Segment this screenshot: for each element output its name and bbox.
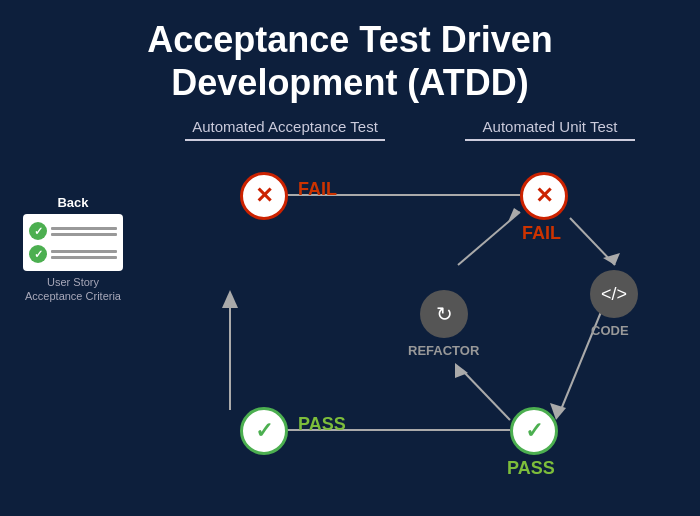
svg-marker-6 xyxy=(222,290,238,308)
card-line-a xyxy=(51,227,117,230)
pass-aut-circle: ✓ xyxy=(510,407,558,455)
svg-marker-2 xyxy=(603,253,620,265)
fail-aut-circle: ✕ xyxy=(520,172,568,220)
card-lines-2 xyxy=(51,250,117,259)
svg-line-3 xyxy=(458,212,520,265)
refactor-label: REFACTOR xyxy=(408,343,479,358)
title-line1: Acceptance Test Driven xyxy=(0,18,700,61)
card-line-b xyxy=(51,233,117,236)
code-circle: </> xyxy=(590,270,638,318)
user-story-card: Back User StoryAcceptance Criteria xyxy=(18,195,128,304)
code-label: CODE xyxy=(591,323,629,338)
card-caption: User StoryAcceptance Criteria xyxy=(18,275,128,304)
svg-marker-11 xyxy=(455,363,468,378)
card-line-c xyxy=(51,250,117,253)
diagram-area: Back User StoryAcceptance Criteria ✕ F xyxy=(0,120,700,516)
pass-aat-check-icon: ✓ xyxy=(255,418,273,444)
card-lines-1 xyxy=(51,227,117,236)
code-icon: </> xyxy=(601,284,627,305)
svg-line-10 xyxy=(462,370,510,420)
fail-aat-label: FAIL xyxy=(298,179,337,200)
title-line2: Development (ATDD) xyxy=(0,61,700,104)
refactor-icon: ↻ xyxy=(436,302,453,326)
fail-aat-circle: ✕ xyxy=(240,172,288,220)
fail-aut-x-icon: ✕ xyxy=(535,183,553,209)
pass-aut-label: PASS xyxy=(507,458,555,479)
card-back-label: Back xyxy=(18,195,128,210)
refactor-circle: ↻ xyxy=(420,290,468,338)
page-title: Acceptance Test Driven Development (ATDD… xyxy=(0,0,700,104)
pass-aut-check-icon: ✓ xyxy=(525,418,543,444)
fail-aut-label: FAIL xyxy=(522,223,561,244)
check-circle-1 xyxy=(29,222,47,240)
card-row-2 xyxy=(29,245,117,263)
card-row-1 xyxy=(29,222,117,240)
card-line-d xyxy=(51,256,117,259)
card-box xyxy=(23,214,123,271)
svg-line-1 xyxy=(570,218,615,265)
pass-aat-label: PASS xyxy=(298,414,346,435)
pass-aat-circle: ✓ xyxy=(240,407,288,455)
svg-marker-4 xyxy=(508,208,520,222)
fail-aat-x-icon: ✕ xyxy=(255,183,273,209)
diagram-arrows xyxy=(0,120,700,516)
check-circle-2 xyxy=(29,245,47,263)
